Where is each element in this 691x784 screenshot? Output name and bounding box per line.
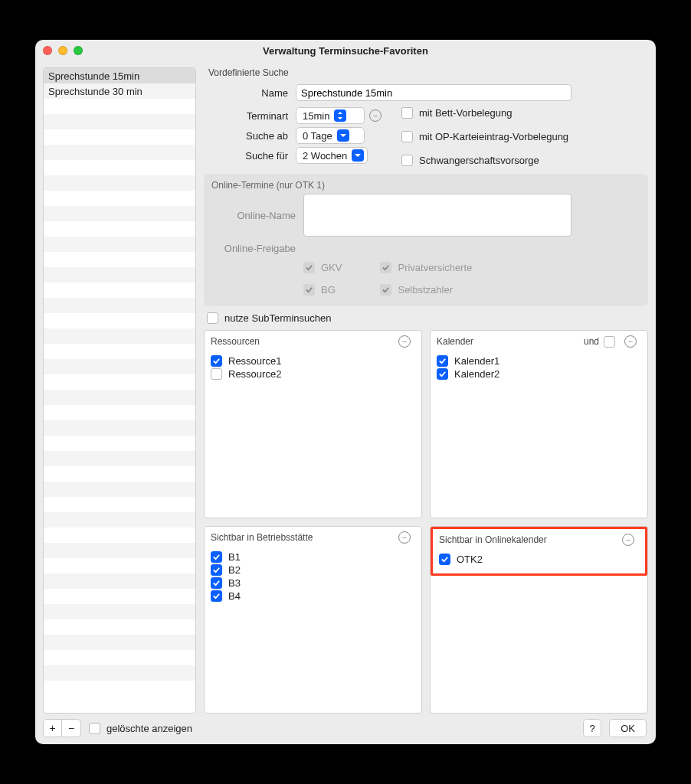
item-checkbox[interactable] <box>211 368 222 380</box>
window-title: Verwaltung Terminsuche-Favoriten <box>35 45 656 57</box>
list-item[interactable] <box>44 528 195 543</box>
item-checkbox[interactable] <box>211 590 222 602</box>
remove-button[interactable]: − <box>62 720 80 737</box>
list-item[interactable] <box>44 114 195 129</box>
item-checkbox[interactable] <box>439 554 450 565</box>
online-termine-box: Online-Termine (nur OTK 1) Online-Name O… <box>204 174 648 306</box>
and-checkbox[interactable] <box>604 336 615 348</box>
list-item[interactable] <box>44 420 195 436</box>
resources-remove-button[interactable] <box>398 335 411 348</box>
list-item[interactable] <box>44 298 195 313</box>
bs-panel: Sichtbar in Betriebsstätte B1B2B3B4 <box>204 526 422 714</box>
favorite-list[interactable]: Sprechstunde 15minSprechstunde 30 min <box>43 67 196 714</box>
item-checkbox[interactable] <box>211 355 222 367</box>
chevron-updown-icon <box>334 109 346 122</box>
list-item[interactable]: B3 <box>211 577 415 589</box>
item-checkbox[interactable] <box>211 551 222 563</box>
add-button[interactable]: + <box>44 720 62 737</box>
list-item[interactable] <box>44 160 195 175</box>
subsearch-checkbox[interactable] <box>207 312 218 324</box>
online-section-title: Online-Termine (nur OTK 1) <box>211 180 640 191</box>
list-item[interactable] <box>44 619 195 635</box>
list-item[interactable]: B2 <box>211 564 415 576</box>
online-name-input[interactable] <box>303 194 571 237</box>
list-item[interactable] <box>44 466 195 482</box>
suchefuer-select[interactable]: 2 Wochen <box>296 147 368 164</box>
list-item[interactable] <box>44 543 195 558</box>
list-item[interactable]: Ressource2 <box>211 368 415 380</box>
help-button[interactable]: ? <box>583 719 601 737</box>
list-item[interactable] <box>44 237 195 252</box>
list-item[interactable]: Kalender1 <box>437 355 641 367</box>
bs-remove-button[interactable] <box>398 531 411 544</box>
list-item[interactable] <box>44 573 195 589</box>
list-item[interactable] <box>44 635 195 650</box>
list-item[interactable] <box>44 390 195 405</box>
dialog-window: Verwaltung Terminsuche-Favoriten Sprechs… <box>35 40 656 744</box>
terminart-label: Terminart <box>204 110 288 122</box>
name-input[interactable] <box>296 84 571 101</box>
list-item[interactable] <box>44 482 195 497</box>
item-checkbox[interactable] <box>211 577 222 589</box>
list-item[interactable] <box>44 359 195 374</box>
list-item[interactable] <box>44 436 195 451</box>
list-item[interactable]: Kalender2 <box>437 368 641 380</box>
list-item[interactable] <box>44 99 195 114</box>
list-item[interactable] <box>44 313 195 328</box>
list-item[interactable] <box>44 451 195 466</box>
item-checkbox[interactable] <box>437 355 448 367</box>
okal-remove-button[interactable] <box>622 534 634 546</box>
op-checkbox[interactable] <box>401 131 413 142</box>
terminart-remove-button[interactable] <box>369 109 382 122</box>
item-checkbox[interactable] <box>437 368 448 380</box>
terminart-select[interactable]: 15min <box>296 107 365 124</box>
list-item[interactable] <box>44 589 195 604</box>
list-item[interactable]: Sprechstunde 15min <box>44 68 195 83</box>
item-label: Ressource2 <box>228 368 281 380</box>
sidebar: Sprechstunde 15minSprechstunde 30 min <box>43 67 196 714</box>
add-remove-buttons: + − <box>43 719 81 737</box>
item-label: Ressource1 <box>228 355 281 367</box>
schwanger-checkbox[interactable] <box>401 155 413 166</box>
list-item[interactable]: OTK2 <box>439 554 639 565</box>
selbst-checkbox <box>380 284 391 296</box>
item-label: B3 <box>228 577 241 589</box>
list-item[interactable] <box>44 252 195 267</box>
list-item[interactable] <box>44 405 195 420</box>
calendars-remove-button[interactable] <box>624 335 637 348</box>
gkv-label: GKV <box>321 262 342 273</box>
item-checkbox[interactable] <box>211 564 222 576</box>
titlebar: Verwaltung Terminsuche-Favoriten <box>35 40 656 61</box>
ok-button[interactable]: OK <box>609 719 647 737</box>
list-item[interactable]: Ressource1 <box>211 355 415 367</box>
list-item[interactable] <box>44 497 195 512</box>
predef-section-title: Vordefinierte Suche <box>208 67 648 78</box>
okal-highlight: Sichtbar in Onlinekalender OTK2 <box>431 527 647 576</box>
list-item[interactable] <box>44 145 195 160</box>
list-item[interactable] <box>44 206 195 221</box>
list-item[interactable] <box>44 344 195 359</box>
list-item[interactable] <box>44 175 195 191</box>
item-label: Kalender1 <box>454 355 499 367</box>
list-item[interactable] <box>44 374 195 390</box>
list-item[interactable]: B4 <box>211 590 415 602</box>
selbst-label: Selbstzahler <box>398 284 453 296</box>
list-item[interactable]: B1 <box>211 551 415 563</box>
list-item[interactable] <box>44 512 195 528</box>
bett-checkbox[interactable] <box>401 107 413 119</box>
list-item[interactable] <box>44 191 195 206</box>
show-deleted-checkbox[interactable] <box>89 723 100 734</box>
list-item[interactable] <box>44 604 195 619</box>
sucheab-select[interactable]: 0 Tage <box>296 127 365 144</box>
calendars-panel: Kalender und Kalender1Kalender2 <box>430 330 648 518</box>
list-item[interactable] <box>44 221 195 237</box>
list-item[interactable]: Sprechstunde 30 min <box>44 83 195 99</box>
list-item[interactable] <box>44 267 195 283</box>
list-item[interactable] <box>44 650 195 665</box>
list-item[interactable] <box>44 283 195 298</box>
calendars-title: Kalender <box>437 336 473 347</box>
list-item[interactable] <box>44 328 195 344</box>
list-item[interactable] <box>44 558 195 573</box>
list-item[interactable] <box>44 129 195 145</box>
list-item[interactable] <box>44 665 195 681</box>
